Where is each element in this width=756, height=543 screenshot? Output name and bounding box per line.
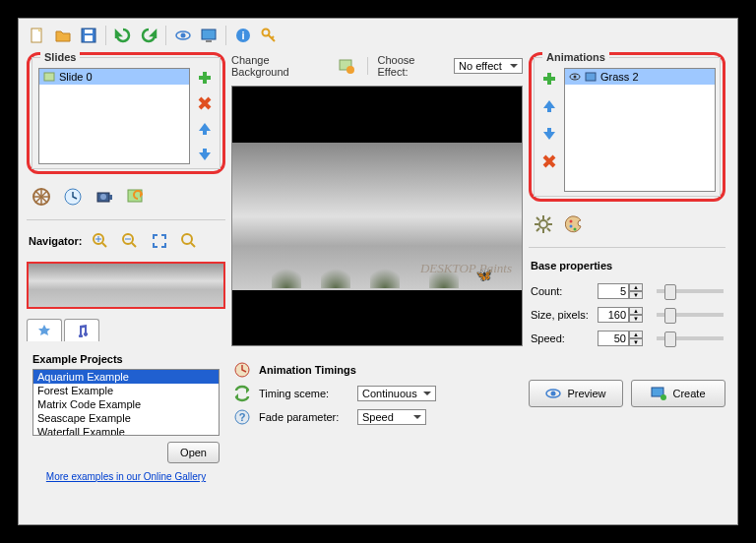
canvas-toolbar: Change Background Choose Effect: No effe… (231, 52, 523, 80)
example-item[interactable]: Aquarium Example (33, 370, 219, 384)
examples-listbox[interactable]: Aquarium Example Forest Example Matrix C… (32, 369, 220, 436)
count-label: Count: (531, 285, 592, 297)
svg-point-47 (574, 228, 577, 231)
redo-icon[interactable] (138, 25, 159, 46)
key-icon[interactable] (258, 25, 280, 46)
svg-line-23 (102, 243, 106, 247)
delete-animation-icon[interactable] (538, 151, 560, 172)
new-file-icon[interactable] (27, 25, 48, 46)
slides-panel: Slides Slide 0 (32, 57, 220, 169)
eye-icon (545, 388, 561, 399)
speed-slider[interactable] (657, 336, 724, 340)
animations-side-buttons (538, 68, 560, 192)
animations-listbox[interactable]: Grass 2 (564, 68, 716, 192)
open-example-button[interactable]: Open (167, 442, 220, 463)
zoom-in-icon[interactable] (90, 230, 111, 252)
navigator-thumbnail[interactable] (27, 262, 225, 309)
add-slide-icon[interactable] (194, 68, 216, 88)
svg-line-43 (547, 217, 550, 220)
timings-panel: Animation Timings Timing sceme: Continuo… (231, 352, 523, 435)
spin-up-icon[interactable]: ▲ (629, 307, 643, 315)
spin-up-icon[interactable]: ▲ (629, 331, 643, 338)
visibility-icon[interactable] (569, 72, 581, 82)
delete-slide-icon[interactable] (194, 93, 216, 113)
zoom-actual-icon[interactable] (178, 230, 200, 252)
spin-down-icon[interactable]: ▼ (629, 291, 643, 299)
count-slider[interactable] (657, 289, 724, 293)
preview-canvas[interactable]: 🦋 DESKTOP Paints (231, 86, 523, 346)
spin-down-icon[interactable]: ▼ (629, 338, 643, 346)
zoom-out-icon[interactable] (119, 230, 141, 252)
speed-label: Speed: (531, 332, 592, 344)
eye-preview-icon[interactable] (172, 25, 194, 46)
example-item[interactable]: Seascape Example (33, 411, 219, 425)
examples-panel: Example Projects Aquarium Example Forest… (27, 347, 225, 488)
svg-point-5 (181, 33, 186, 38)
monitor-create-icon (651, 387, 666, 400)
info-icon[interactable]: i (232, 25, 254, 46)
sceme-select[interactable]: Continuous (357, 386, 436, 401)
svg-point-34 (574, 76, 577, 79)
svg-rect-3 (85, 30, 93, 33)
change-bg-icon[interactable] (336, 55, 357, 77)
example-item[interactable]: Forest Example (33, 384, 219, 397)
music-tab[interactable] (64, 319, 99, 341)
svg-point-45 (570, 220, 573, 223)
canvas-scene: 🦋 DESKTOP Paints (232, 143, 522, 290)
example-item[interactable]: Waterfall Example (33, 425, 219, 436)
watermark-text: DESKTOP Paints (420, 261, 512, 276)
examples-title: Example Projects (32, 353, 220, 365)
favorites-tab[interactable] (27, 319, 62, 341)
camera-icon[interactable] (94, 186, 115, 208)
gallery-link[interactable]: More examples in our Online Gallery (32, 471, 220, 482)
clock-icon[interactable] (62, 186, 84, 208)
fade-select[interactable]: Speed (357, 409, 426, 425)
spin-up-icon[interactable]: ▲ (629, 283, 643, 291)
grass-sprite (370, 265, 400, 288)
effect-select[interactable]: No effect (454, 58, 523, 74)
move-up-icon[interactable] (194, 119, 216, 139)
count-spinner[interactable]: ▲▼ (598, 283, 643, 299)
speed-spinner[interactable]: ▲▼ (598, 331, 643, 346)
undo-icon[interactable] (112, 25, 134, 46)
slides-listbox[interactable]: Slide 0 (38, 68, 190, 164)
size-slider[interactable] (657, 313, 724, 317)
palette-tab-icon[interactable] (564, 213, 586, 235)
create-button[interactable]: Create (631, 380, 725, 407)
gear-tab-icon[interactable] (533, 213, 554, 235)
slide-label: Slide 0 (59, 71, 93, 83)
right-tool-tabs (529, 208, 725, 241)
svg-text:?: ? (239, 411, 246, 423)
bottom-actions: Preview Create (529, 362, 725, 407)
grass-sprite (321, 265, 350, 288)
app-window: i Slides Slide 0 (18, 18, 738, 525)
slides-title: Slides (40, 51, 80, 63)
save-icon[interactable] (78, 25, 99, 46)
svg-rect-35 (586, 73, 596, 81)
monitor-icon[interactable] (198, 25, 220, 46)
animation-label: Grass 2 (600, 71, 639, 83)
slide-item[interactable]: Slide 0 (39, 69, 189, 85)
refresh-image-icon[interactable] (125, 186, 147, 208)
add-animation-icon[interactable] (538, 68, 560, 90)
sceme-label: Timing sceme: (259, 388, 349, 399)
size-label: Size, pixels: (531, 309, 592, 321)
animations-panel-highlight: Animations Grass 2 (529, 52, 725, 202)
preview-button[interactable]: Preview (529, 380, 623, 407)
open-folder-icon[interactable] (52, 25, 74, 46)
move-anim-down-icon[interactable] (538, 123, 560, 145)
animation-item[interactable]: Grass 2 (565, 69, 715, 85)
example-item[interactable]: Matrix Code Example (33, 397, 219, 411)
wheel-icon[interactable] (31, 186, 52, 208)
help-icon: ? (233, 408, 251, 426)
move-down-icon[interactable] (194, 145, 216, 164)
slides-side-buttons (194, 68, 216, 164)
base-props-title: Base properties (531, 260, 724, 272)
grass-sprite (272, 265, 301, 288)
svg-line-27 (191, 243, 195, 247)
svg-rect-20 (109, 195, 112, 200)
spin-down-icon[interactable]: ▼ (629, 315, 643, 323)
fit-screen-icon[interactable] (149, 230, 170, 252)
size-spinner[interactable]: ▲▼ (598, 307, 643, 323)
move-anim-up-icon[interactable] (538, 95, 560, 117)
